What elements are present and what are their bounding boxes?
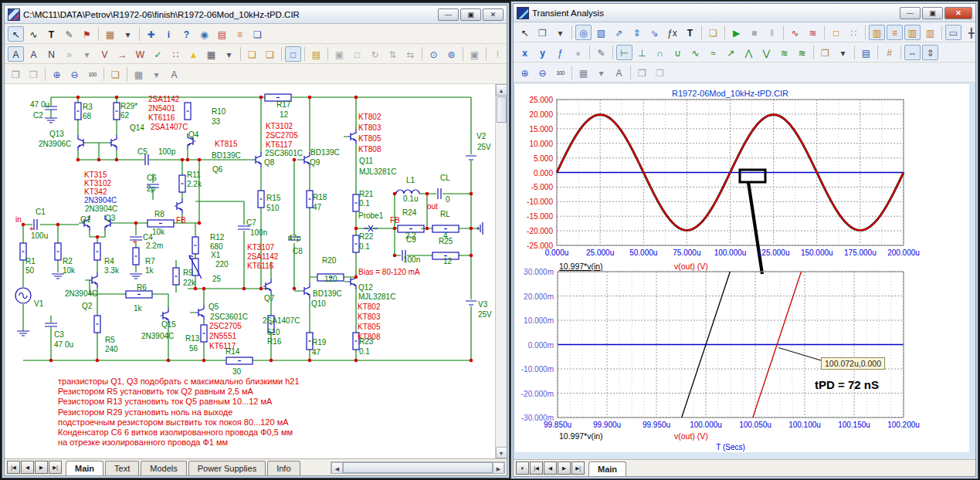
zoom-in-mode-tool[interactable]: ⇗ bbox=[611, 25, 627, 40]
node-number-toggle[interactable]: A bbox=[25, 46, 42, 62]
display-dropdown[interactable]: ▾ bbox=[79, 46, 95, 62]
graphics-mode-tool[interactable]: ✎ bbox=[61, 26, 77, 42]
text-mode-tool[interactable]: T bbox=[43, 26, 59, 42]
data-points-toggle[interactable]: □ bbox=[828, 25, 844, 40]
new-sheet-tool[interactable]: ❏ bbox=[244, 46, 260, 62]
zoom-out-tool[interactable]: ⊖ bbox=[66, 66, 83, 82]
split-vertical-tool[interactable]: ╋ bbox=[963, 25, 979, 40]
overlay-waveforms-tool[interactable]: ≋ bbox=[794, 45, 810, 60]
zoom-y-tool[interactable]: ⇕ bbox=[629, 25, 645, 40]
horizontal-scrollbar[interactable]: ◀ ▶ bbox=[331, 461, 505, 474]
model-doc-tool[interactable]: ▤ bbox=[214, 26, 230, 42]
point-tag-tool[interactable]: ✚ bbox=[143, 26, 159, 42]
web-tool[interactable]: ◉ bbox=[196, 26, 212, 42]
zoom-100-tool[interactable]: 100 bbox=[84, 66, 100, 82]
sheet-tab[interactable]: Models bbox=[141, 461, 186, 475]
list-tool[interactable]: ≡ bbox=[232, 26, 248, 42]
tab-nav-button[interactable]: ▶ bbox=[35, 461, 48, 474]
zoom-x-tool[interactable]: ⇘ bbox=[646, 25, 663, 40]
info-tool[interactable]: i bbox=[161, 26, 177, 42]
tab-nav-button[interactable]: ▶| bbox=[571, 461, 585, 475]
component-image-tool[interactable]: ▦ bbox=[102, 26, 118, 42]
text-mode-tool[interactable]: T bbox=[682, 25, 698, 40]
select-region-tool[interactable]: □ bbox=[285, 46, 301, 62]
pin-connection-toggle[interactable]: ∷ bbox=[168, 46, 184, 62]
maximize-button[interactable]: ▣ bbox=[922, 7, 943, 19]
scroll-up-arrow-icon[interactable]: ▲ bbox=[496, 84, 507, 96]
split-horizontal-tool[interactable]: ▭ bbox=[945, 25, 961, 40]
pause-button[interactable]: ‖ bbox=[764, 25, 780, 40]
step-box-tool[interactable]: □ bbox=[349, 46, 365, 62]
bottom-tool[interactable]: ⋁ bbox=[758, 45, 775, 60]
inflection-tool[interactable]: ↗ bbox=[723, 45, 739, 60]
box-tool[interactable]: ▣ bbox=[331, 46, 348, 62]
sheet-tab[interactable]: Power Supplies bbox=[188, 461, 266, 475]
find-tool[interactable]: ⊙ bbox=[426, 46, 442, 62]
annotate-tool[interactable]: ❏ bbox=[249, 26, 266, 42]
y-scale-tool[interactable]: ⇕ bbox=[922, 45, 938, 60]
schematic-canvas[interactable]: 47 0uC2R368R29*62Q142SA11422N5401KT61162… bbox=[5, 84, 495, 458]
tag-cursor-tool[interactable]: ≋ bbox=[805, 25, 821, 40]
sheet-tab[interactable]: Main bbox=[66, 461, 103, 475]
paste-tool[interactable]: ❐ bbox=[652, 65, 668, 80]
close-button[interactable]: ✕ bbox=[483, 8, 504, 21]
analysis-tab[interactable]: Main bbox=[588, 461, 626, 476]
clipboard-dropdown[interactable]: ▾ bbox=[552, 25, 568, 40]
grid-size-dropdown[interactable]: ▾ bbox=[148, 66, 164, 82]
properties-tool[interactable]: ❏ bbox=[705, 25, 721, 40]
tab-nav-button[interactable]: ◀ bbox=[544, 461, 557, 475]
tab-nav-button[interactable]: |◀ bbox=[7, 461, 20, 474]
attribute-text-toggle[interactable]: A bbox=[8, 46, 24, 62]
tab-nav-button[interactable]: ▶| bbox=[49, 461, 62, 474]
analysis-titlebar[interactable]: Transient Analysis —▣✕ bbox=[514, 4, 975, 22]
scroll-down-arrow-icon[interactable]: ▼ bbox=[496, 447, 507, 458]
zoom-in-tool[interactable]: ⊕ bbox=[49, 66, 65, 82]
power-display-toggle[interactable]: W bbox=[132, 46, 148, 62]
grid-dropdown[interactable]: ▾ bbox=[221, 46, 237, 62]
plot-pane-3-toggle[interactable]: ▥ bbox=[904, 25, 921, 40]
fx-tool[interactable]: ƒ bbox=[552, 45, 568, 60]
waveform-dropdown[interactable]: ▾ bbox=[835, 45, 851, 60]
condition-display-toggle[interactable]: ✓ bbox=[150, 46, 166, 62]
grid-size-dropdown[interactable]: ▾ bbox=[593, 65, 609, 80]
font-tool[interactable]: A bbox=[611, 65, 627, 80]
paste-tool[interactable]: ❐ bbox=[25, 66, 42, 82]
close-button[interactable]: ✕ bbox=[944, 7, 972, 19]
paste-waveform-tool[interactable]: ❐ bbox=[817, 45, 833, 60]
tab-nav-button[interactable]: ▶ bbox=[558, 461, 571, 475]
maximize-button[interactable]: ▣ bbox=[460, 8, 481, 21]
curve-tool[interactable]: ≈ bbox=[705, 45, 721, 60]
schematic-titlebar[interactable]: C:\MC11\DATA\Petrov\R1972-06\finish\R197… bbox=[5, 5, 507, 24]
flip-horizontal-tool[interactable]: ⇆ bbox=[402, 46, 419, 62]
vertical-scrollbar-thumb[interactable] bbox=[497, 96, 507, 123]
top-tool[interactable]: ⋀ bbox=[741, 45, 757, 60]
component-dropdown[interactable]: ▾ bbox=[120, 26, 136, 42]
zoom-out-tool[interactable]: ⊖ bbox=[534, 65, 551, 80]
scale-mode-tool[interactable]: ◎ bbox=[575, 25, 592, 40]
minimize-button[interactable]: — bbox=[438, 8, 459, 21]
y-axis-tool[interactable]: y bbox=[534, 45, 551, 60]
rotate-tool[interactable]: ↻ bbox=[367, 46, 383, 62]
tab-nav-button[interactable]: ◀ bbox=[21, 461, 34, 474]
fx-scale-tool[interactable]: ƒx bbox=[664, 25, 680, 40]
slope-tool[interactable]: ∿ bbox=[687, 45, 704, 60]
valley-tool[interactable]: ∪ bbox=[670, 45, 686, 60]
clipboard-tool[interactable]: ❐ bbox=[534, 25, 551, 40]
info-disabled-tool[interactable]: ! bbox=[490, 46, 506, 62]
properties-tool[interactable]: ▤ bbox=[308, 46, 324, 62]
stop-button[interactable]: ■ bbox=[746, 25, 762, 40]
select-tool[interactable]: ↖ bbox=[517, 25, 533, 40]
grid-toggle[interactable]: ▦ bbox=[203, 46, 219, 62]
search-tool[interactable]: ● bbox=[570, 45, 586, 60]
peak-tool[interactable]: ∩ bbox=[652, 45, 668, 60]
current-display-toggle[interactable]: → bbox=[114, 46, 131, 62]
help-mode-tool[interactable]: ? bbox=[178, 26, 195, 42]
scroll-left-arrow-icon[interactable]: ◀ bbox=[331, 462, 343, 474]
select-tool[interactable]: ↖ bbox=[8, 26, 24, 42]
zoom-100-tool[interactable]: 100 bbox=[552, 65, 568, 80]
cursor-mode-tool[interactable]: ▧ bbox=[593, 25, 609, 40]
scroll-right-arrow-icon[interactable]: ▶ bbox=[493, 462, 504, 474]
x-axis-tool[interactable]: x bbox=[517, 45, 533, 60]
copy-tool[interactable]: ❐ bbox=[8, 66, 24, 82]
edit-waveform-tool[interactable]: ✎ bbox=[593, 45, 609, 60]
